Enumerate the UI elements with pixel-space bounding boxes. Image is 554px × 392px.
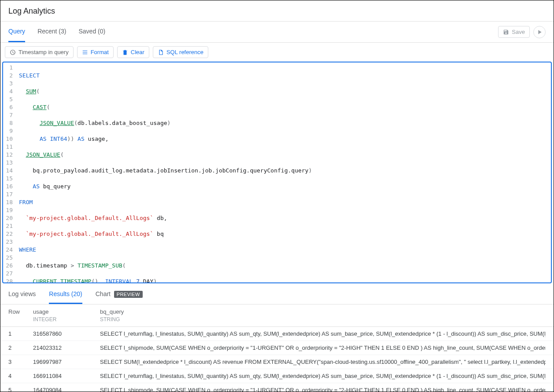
cell-row-num: 3 bbox=[8, 359, 33, 365]
cell-row-num: 2 bbox=[8, 344, 33, 351]
run-button[interactable] bbox=[533, 26, 546, 38]
cell-bq-query: SELECT l_returnflag, l_linestatus, SUM(l… bbox=[100, 373, 546, 379]
doc-icon bbox=[158, 49, 164, 55]
cell-usage: 166911084 bbox=[33, 373, 100, 379]
format-icon bbox=[82, 49, 88, 55]
results-tabs: Log views Results (20) Chart PREVIEW bbox=[0, 285, 554, 304]
col-usage-label: usage bbox=[33, 308, 100, 316]
tab-saved[interactable]: Saved (0) bbox=[78, 22, 105, 42]
run-icon bbox=[536, 29, 543, 36]
format-label: Format bbox=[91, 49, 109, 55]
cell-usage: 164709084 bbox=[33, 387, 100, 392]
cell-usage: 316587860 bbox=[33, 330, 100, 337]
cell-bq-query: SELECT SUM(l_extendedprice * l_discount)… bbox=[100, 359, 546, 365]
results-table-header: Row usage INTEGER bq_query STRING bbox=[0, 304, 554, 327]
preview-badge: PREVIEW bbox=[114, 291, 143, 298]
page-title: Log Analytics bbox=[8, 7, 546, 16]
tab-chart-label: Chart bbox=[96, 290, 111, 297]
save-label: Save bbox=[512, 29, 525, 35]
results-table-body: 1316587860SELECT l_returnflag, l_linesta… bbox=[0, 327, 554, 392]
col-usage-type: INTEGER bbox=[33, 316, 100, 323]
tab-results[interactable]: Results (20) bbox=[49, 285, 82, 304]
cell-bq-query: SELECT l_shipmode, SUM(CASE WHEN o_order… bbox=[100, 387, 546, 392]
cell-row-num: 5 bbox=[8, 387, 33, 392]
table-row[interactable]: 5164709084SELECT l_shipmode, SUM(CASE WH… bbox=[0, 383, 554, 392]
clock-icon bbox=[10, 49, 16, 55]
tab-query[interactable]: Query bbox=[8, 22, 25, 42]
table-row[interactable]: 4166911084SELECT l_returnflag, l_linesta… bbox=[0, 369, 554, 383]
line-gutter: 1234567891011121314151617181920212223242… bbox=[3, 64, 17, 283]
cell-usage: 196997987 bbox=[33, 359, 100, 365]
timestamp-label: Timestamp in query bbox=[18, 49, 69, 55]
trash-icon bbox=[122, 49, 128, 55]
sql-editor[interactable]: 1234567891011121314151617181920212223242… bbox=[2, 62, 552, 283]
tab-recent[interactable]: Recent (3) bbox=[37, 22, 66, 42]
col-bq-type: STRING bbox=[100, 316, 546, 323]
cell-usage: 214023312 bbox=[33, 344, 100, 351]
save-button[interactable]: Save bbox=[498, 26, 530, 38]
table-row[interactable]: 3196997987SELECT SUM(l_extendedprice * l… bbox=[0, 355, 554, 369]
tab-chart[interactable]: Chart PREVIEW bbox=[96, 285, 143, 304]
timestamp-pill[interactable]: Timestamp in query bbox=[5, 46, 74, 58]
clear-label: Clear bbox=[131, 49, 144, 55]
cell-row-num: 1 bbox=[8, 330, 33, 337]
cell-bq-query: SELECT l_returnflag, l_linestatus, SUM(l… bbox=[100, 330, 546, 337]
sql-reference-button[interactable]: SQL reference bbox=[153, 46, 208, 58]
sqlref-label: SQL reference bbox=[166, 49, 203, 55]
page-header: Log Analytics bbox=[0, 0, 554, 22]
cell-bq-query: SELECT l_shipmode, SUM(CASE WHEN o_order… bbox=[100, 344, 546, 351]
col-bq-label: bq_query bbox=[100, 308, 546, 316]
editor-toolbar: Timestamp in query Format Clear SQL refe… bbox=[0, 43, 554, 62]
clear-button[interactable]: Clear bbox=[117, 46, 149, 58]
cell-row-num: 4 bbox=[8, 373, 33, 379]
save-icon bbox=[503, 29, 509, 35]
code-area[interactable]: SELECT SUM( CAST( JSON_VALUE(db.labels.d… bbox=[17, 64, 551, 283]
format-button[interactable]: Format bbox=[77, 46, 114, 58]
tab-log-views[interactable]: Log views bbox=[8, 285, 36, 304]
table-row[interactable]: 1316587860SELECT l_returnflag, l_linesta… bbox=[0, 327, 554, 341]
table-row[interactable]: 2214023312SELECT l_shipmode, SUM(CASE WH… bbox=[0, 341, 554, 355]
col-row: Row bbox=[8, 308, 33, 323]
primary-tabs: Query Recent (3) Saved (0) Save bbox=[0, 22, 554, 43]
